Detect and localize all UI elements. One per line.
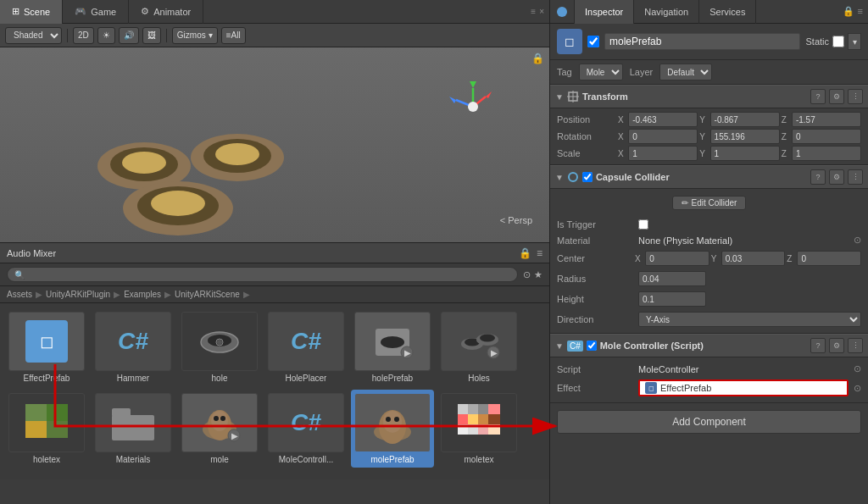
list-item[interactable]: moletex [437,390,520,468]
material-dot[interactable]: ⊙ [854,235,861,246]
asset-name: Hammer [117,374,149,383]
tab-inspector[interactable]: Inspector [575,0,634,24]
bookmark-icon[interactable]: ★ [534,269,542,280]
position-y-input[interactable] [710,112,780,127]
effect-label: Effect [557,383,633,393]
all-button[interactable]: ≡All [221,27,246,44]
2d-button[interactable]: 2D [73,27,94,44]
static-checkbox[interactable] [832,36,844,47]
static-dropdown[interactable]: ▾ [848,33,861,50]
transform-more-btn[interactable]: ⋮ [848,89,863,104]
right-tab-lock[interactable]: 🔒 [843,6,854,17]
list-item[interactable]: hole [178,308,261,386]
position-z-input[interactable] [792,112,861,127]
scale-y-input[interactable] [710,146,780,161]
position-x-field: X [618,112,698,127]
breadcrumb-scene[interactable]: UnityARKitScene [175,290,240,299]
tab-animator[interactable]: ⚙ Animator [129,0,203,24]
breadcrumb-sep3: ▶ [164,290,171,299]
list-item[interactable]: molePrefab [351,390,434,468]
edit-collider-button[interactable]: ✏ Edit Collider [672,196,747,210]
asset-thumbnail: C# [268,393,344,452]
tab-game-label: Game [91,7,116,17]
list-item[interactable]: ▶ mole [178,390,261,468]
list-item[interactable]: C# MoleControll... [264,390,348,468]
static-section: Static ▾ [805,33,861,50]
list-item[interactable]: Materials [92,390,175,468]
layer-select[interactable]: Default [659,64,712,80]
rotation-y-input[interactable] [710,129,780,144]
height-label: Height [557,294,633,304]
rotation-z-field: Z [782,129,861,144]
scene-view[interactable]: < Persp 🔒 [0,47,549,242]
tab-services[interactable]: Services [699,0,756,24]
collider-enabled-checkbox[interactable] [582,172,593,182]
light-button[interactable]: ☀ [97,27,115,44]
add-component-button[interactable]: Add Component [557,410,861,434]
center-y-input[interactable] [721,251,786,266]
menu-icon[interactable]: ≡ [537,247,542,259]
svg-rect-31 [47,404,68,421]
asset-name: Materials [116,455,151,464]
filter-icon[interactable]: ⊙ [523,269,531,280]
tab-game[interactable]: 🎮 Game [63,0,129,24]
mole-arrow[interactable]: ▼ [555,341,564,351]
direction-select[interactable]: Y-Axis [638,312,861,327]
script-label: Script [557,364,633,374]
transform-settings-btn[interactable]: ⚙ [829,89,844,104]
mole-more-btn[interactable]: ⋮ [848,338,863,353]
audio-button[interactable]: 🔊 [119,27,139,44]
scene-lock-icon[interactable]: 🔒 [531,53,544,64]
object-active-checkbox[interactable] [587,36,599,47]
svg-rect-34 [112,415,154,440]
transform-arrow[interactable]: ▼ [555,92,564,102]
transform-help-btn[interactable]: ? [810,89,826,104]
collider-arrow[interactable]: ▼ [555,173,564,182]
rotation-x-input[interactable] [628,129,698,144]
tag-select[interactable]: Mole [579,64,623,80]
breadcrumb-examples[interactable]: Examples [124,290,161,299]
height-input[interactable] [638,291,706,307]
list-item[interactable]: ▶ holePrefab [351,308,434,386]
radius-input[interactable] [638,271,706,286]
object-name-field[interactable] [604,33,800,50]
breadcrumb-assets[interactable]: Assets [7,290,32,299]
shaded-dropdown[interactable]: Shaded [5,27,62,44]
breadcrumb-sep2: ▶ [114,290,120,299]
lock-icon[interactable]: 🔒 [519,247,531,259]
position-x-input[interactable] [628,112,698,127]
collider-settings-btn[interactable]: ⚙ [829,169,844,185]
tab-navigation[interactable]: Navigation [634,0,699,24]
rotation-y-field: Y [699,129,779,144]
breadcrumb-plugin[interactable]: UnityARKitPlugin [46,290,110,299]
transform-title: Transform [582,91,807,102]
script-dot[interactable]: ⊙ [854,363,861,374]
collider-help-btn[interactable]: ? [810,169,826,185]
effect-field[interactable]: ◻ EffectPrefab [638,379,849,396]
collider-more-btn[interactable]: ⋮ [848,169,863,185]
scale-z-input[interactable] [792,146,861,161]
list-item[interactable]: C# Hammer [92,308,175,386]
svg-rect-58 [478,424,488,435]
list-item[interactable]: C# HolePlacer [264,308,348,386]
tab-drag-handle: ≡× [531,7,549,16]
image-button[interactable]: 🖼 [142,27,161,44]
bottom-panel-header: Audio Mixer 🔒 ≡ [0,243,549,263]
scale-x-input[interactable] [628,146,698,161]
asset-name: MoleControll... [279,455,333,464]
tab-scene[interactable]: ⊞ Scene [0,0,63,24]
effect-dot[interactable]: ⊙ [854,383,861,394]
search-input[interactable] [7,267,518,282]
mole-help-btn[interactable]: ? [810,338,826,353]
center-z-input[interactable] [797,251,861,266]
is-trigger-checkbox[interactable] [638,219,648,230]
gizmos-button[interactable]: Gizmos ▾ [172,27,218,44]
list-item[interactable]: ◻ EffectPrefab [5,308,88,386]
rotation-z-input[interactable] [792,129,861,144]
mole-settings-btn[interactable]: ⚙ [829,338,844,353]
right-tab-menu[interactable]: ≡ [858,6,863,17]
mole-enabled-checkbox[interactable] [587,341,597,351]
center-x-input[interactable] [645,251,709,266]
list-item[interactable]: holetex [5,390,88,468]
list-item[interactable]: ▶ Holes [437,308,520,386]
